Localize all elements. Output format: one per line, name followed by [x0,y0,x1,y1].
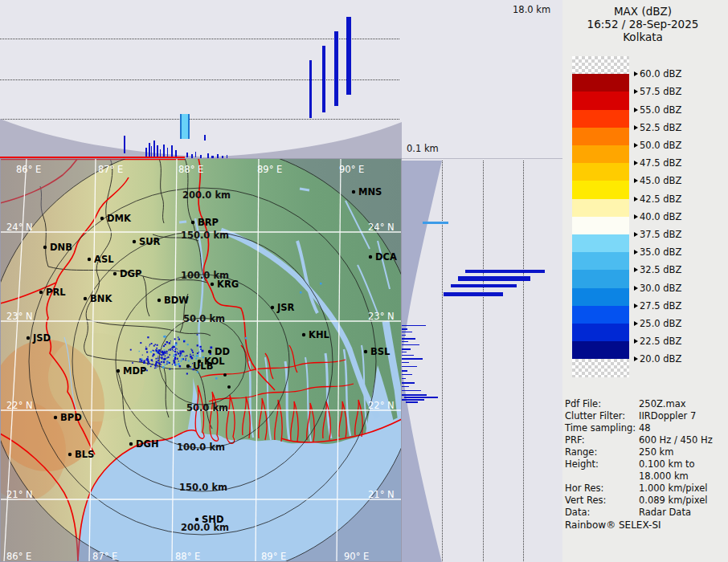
legend-tick-arrow-icon [634,286,638,291]
legend-swatch-color [572,74,629,92]
echo-pixel [147,361,149,364]
echo-pixel [132,362,133,364]
station-dot-SUR [133,240,136,243]
legend-swatch-color [572,288,629,306]
latitude-label: 23° N [6,311,33,322]
legend-entry: 50.0 dBZ [634,141,681,150]
legend-value-label: 30.0 dBZ [640,283,681,294]
echo-pixel [153,345,155,347]
station-dot-DNB [43,246,47,249]
station-dot-DMK [100,217,104,220]
echo-profile-bar [402,328,407,330]
echo-pixel [193,355,194,356]
legend-value-label: 32.5 dBZ [640,264,681,275]
echo-pixel [171,347,173,348]
legend-swatch-color [572,181,629,198]
station-dot-MDP [117,369,120,373]
legend-swatch-color [572,234,629,252]
echo-profile-bar [322,46,325,112]
echo-profile-bar [171,145,173,157]
legend-tick-arrow-icon [634,161,638,165]
echo-profile-bar [163,145,165,157]
echo-pixel [245,337,247,340]
legend-tick-arrow-icon [634,321,638,326]
scan-metadata: Pdf File:250Z.maxClutter Filter:IIRDoppl… [565,398,726,531]
station-label-MDP: MDP [123,365,146,377]
station-label-ULB: ULB [193,360,213,372]
legend-tick-arrow-icon [634,71,638,76]
echo-pixel [157,356,158,356]
echo-pixel [145,346,146,347]
legend-tick-arrow-icon [634,356,638,361]
echo-pixel [174,358,177,360]
echo-profile-bar [402,366,417,367]
echo-pixel [186,355,188,356]
station-dot-DGP [113,272,117,275]
legend-tick-arrow-icon [634,197,638,202]
echo-pixel [149,344,151,345]
echo-pixel [162,347,162,348]
longitude-label: 90° E [344,551,369,562]
station-dot-JSD [27,336,30,340]
legend-tick-arrow-icon [634,143,638,148]
terrain-plain [48,333,145,422]
legend-entry: 60.0 dBZ [634,70,681,79]
legend-swatch-color [572,110,629,128]
echo-pixel [139,358,141,360]
echo-pixel [146,358,149,360]
echo-pixel [166,364,168,365]
legend-tick-arrow-icon [634,339,638,344]
echo-profile-bar [458,276,530,281]
metadata-row: Vert Res:0.089 km/pixel [565,495,726,507]
echo-pixel [187,344,189,345]
echo-pixel [300,291,302,294]
legend-swatch-color [572,217,629,234]
metadata-label: Clutter Filter: [565,410,639,422]
legend-swatch-color [572,199,629,217]
echo-profile-bar [465,270,545,273]
echo-pixel [157,366,158,367]
echo-pixel [147,336,149,338]
ew-height-profile-panel [0,0,402,158]
blindzone-graphics [0,0,402,158]
legend-entry: 35.0 dBZ [634,248,681,257]
station-dot-DCA [369,255,372,259]
echo-pixel [166,357,167,358]
range-ring-label: 100.0 km [177,442,225,453]
metadata-label [565,470,639,483]
metadata-row: Data:Radar Data [565,507,726,519]
station-dot-BSL [364,350,367,353]
echo-pixel [177,358,178,360]
echo-profile-bar [204,135,206,140]
latitude-label: 24° N [6,222,33,233]
echo-profile-bar [402,362,409,363]
echo-pixel [172,364,173,364]
echo-pixel [153,350,154,351]
echo-pixel [185,360,186,361]
station-dot-DD [208,350,211,353]
beam-blindzone-wedge-right [202,122,402,158]
echo-pixel [164,358,166,360]
echo-profile-bar [402,348,411,350]
echo-pixel [174,346,175,348]
legend-tick-arrow-icon [634,125,638,130]
longitude-label: 87° E [92,551,117,562]
echo-pixel [186,358,186,359]
echo-pixel [141,360,142,361]
legend-swatch-color [572,252,629,270]
legend-swatch-transparent [572,56,629,74]
height-axis-min-label: 0.1 km [407,143,439,154]
latitude-label: 22° N [368,400,395,411]
echo-pixel [157,360,159,361]
echo-pixel [215,377,218,380]
metadata-row: Pdf File:250Z.max [565,398,726,410]
echo-pixel [140,342,141,344]
echo-profile-bar [153,140,155,157]
echo-pixel [182,358,183,360]
echo-pixel [185,356,186,356]
range-ring-label: 50.0 km [183,313,225,324]
echo-pixel [197,352,198,354]
legend-swatch-color [572,128,629,145]
legend-entry: 30.0 dBZ [634,283,681,292]
echo-pixel [183,351,184,352]
